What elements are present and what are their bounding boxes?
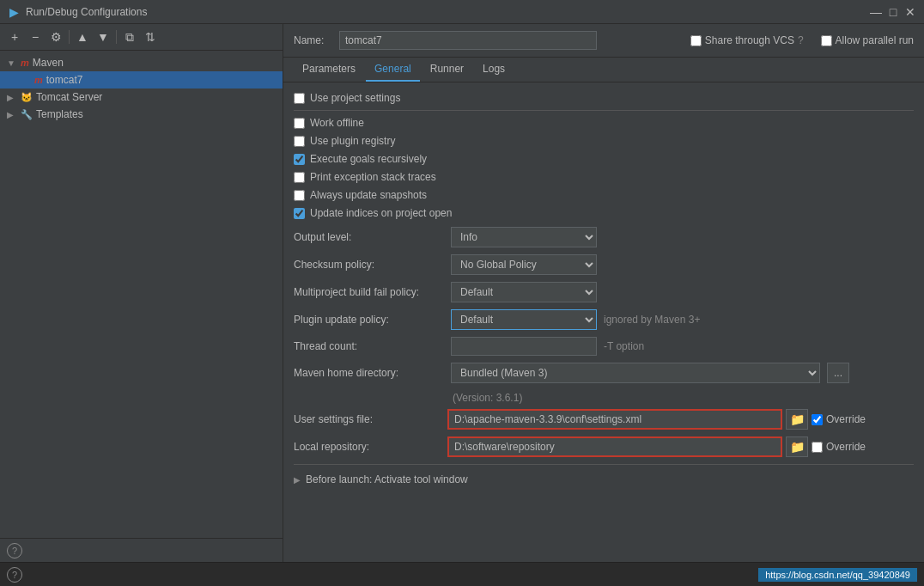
plugin-update-policy-label: Plugin update policy: xyxy=(294,314,444,326)
output-level-label: Output level: xyxy=(294,231,444,243)
sidebar-item-tomcat7[interactable]: m tomcat7 xyxy=(0,71,283,89)
parallel-run: Allow parallel run xyxy=(821,34,914,46)
bottom-help-button[interactable]: ? xyxy=(7,567,22,583)
local-repository-override-checkbox[interactable] xyxy=(812,442,823,453)
allow-parallel-run-label: Allow parallel run xyxy=(836,34,914,46)
bottom-bar: ? https://blog.csdn.net/qq_39420849 xyxy=(0,562,924,586)
update-indices-checkbox[interactable] xyxy=(294,208,305,219)
sidebar-item-label-templates: Templates xyxy=(36,108,83,120)
checkbox-row-use-project-settings: Use project settings xyxy=(294,91,914,105)
move-up-button[interactable]: ▲ xyxy=(73,27,92,46)
bottom-link[interactable]: https://blog.csdn.net/qq_39420849 xyxy=(758,568,917,582)
work-offline-checkbox[interactable] xyxy=(294,118,305,129)
checksum-policy-row: Checksum policy: No Global Policy Strict… xyxy=(294,254,914,275)
execute-goals-checkbox[interactable] xyxy=(294,154,305,165)
sidebar-item-maven[interactable]: ▼ m Maven xyxy=(0,54,283,71)
checkbox-row-execute-goals: Execute goals recursively xyxy=(294,152,914,166)
help-button[interactable]: ? xyxy=(7,543,22,559)
checksum-policy-select[interactable]: No Global Policy Strict Warn Fail xyxy=(451,254,597,275)
user-settings-file-browse-button[interactable]: 📁 xyxy=(786,409,808,430)
plugin-update-policy-note: ignored by Maven 3+ xyxy=(604,314,700,326)
sidebar-item-templates[interactable]: ▶ 🔧 Templates xyxy=(0,106,283,123)
user-settings-file-input[interactable] xyxy=(447,409,782,430)
settings-button[interactable]: ⚙ xyxy=(46,27,65,46)
plugin-update-policy-select[interactable]: Default Always Never xyxy=(451,309,597,330)
multiproject-build-select[interactable]: Default Fail At End Fail Fast Never Fail xyxy=(451,282,597,302)
expand-icon-maven: ▼ xyxy=(7,58,17,68)
before-launch-divider xyxy=(294,464,914,465)
maven-home-select[interactable]: Bundled (Maven 3) xyxy=(451,363,820,383)
vcs-share-label: Share through VCS xyxy=(705,34,794,46)
copy-button[interactable]: ⧉ xyxy=(120,27,139,46)
config-area: Use project settings Work offline Use pl… xyxy=(283,82,924,562)
maven-version-note: (Version: 3.6.1) xyxy=(294,390,914,409)
local-repository-override-check: Override xyxy=(812,441,866,453)
wrench-icon: 🔧 xyxy=(21,109,33,120)
user-settings-file-label: User settings file: xyxy=(294,413,444,425)
checkbox-row-use-plugin-registry: Use plugin registry xyxy=(294,134,914,148)
right-panel: Name: Share through VCS ? Allow parallel… xyxy=(283,24,924,562)
name-label: Name: xyxy=(294,34,332,46)
print-exception-checkbox[interactable] xyxy=(294,172,305,183)
tab-logs[interactable]: Logs xyxy=(474,58,514,82)
before-launch-label: Before launch: Activate tool window xyxy=(306,473,468,485)
move-down-button[interactable]: ▼ xyxy=(94,27,112,46)
sidebar-item-tomcat-server[interactable]: ▶ 🐱 Tomcat Server xyxy=(0,89,283,106)
checkboxes-section: Use project settings Work offline Use pl… xyxy=(294,91,914,220)
vcs-share-checkbox[interactable] xyxy=(690,35,702,46)
sidebar-item-label-maven: Maven xyxy=(33,57,64,69)
section-divider xyxy=(294,110,914,111)
output-level-row: Output level: Info Debug Warn Error xyxy=(294,227,914,247)
allow-parallel-run-checkbox[interactable] xyxy=(821,35,832,46)
sort-button[interactable]: ⇅ xyxy=(141,27,160,46)
toolbar-separator-2 xyxy=(116,30,117,44)
use-project-settings-checkbox[interactable] xyxy=(294,93,305,104)
user-settings-override-check: Override xyxy=(812,413,866,425)
local-repository-input[interactable] xyxy=(447,436,782,457)
maven-home-row: Maven home directory: Bundled (Maven 3) … xyxy=(294,363,914,383)
vcs-share: Share through VCS ? xyxy=(690,34,804,46)
maximize-button[interactable]: □ xyxy=(886,5,900,19)
tab-parameters[interactable]: Parameters xyxy=(294,58,364,82)
execute-goals-label: Execute goals recursively xyxy=(310,153,427,165)
name-row: Name: Share through VCS ? Allow parallel… xyxy=(283,24,924,58)
thread-count-label: Thread count: xyxy=(294,340,444,352)
local-repository-label: Local repository: xyxy=(294,441,444,453)
title-bar: ▶ Run/Debug Configurations — □ ✕ xyxy=(0,0,924,24)
work-offline-label: Work offline xyxy=(310,117,364,129)
multiproject-build-label: Multiproject build fail policy: xyxy=(294,286,444,298)
tab-runner[interactable]: Runner xyxy=(422,58,472,82)
maven-home-browse-button[interactable]: ... xyxy=(827,363,849,383)
output-level-select[interactable]: Info Debug Warn Error xyxy=(451,227,597,247)
expand-icon-templates: ▶ xyxy=(7,110,17,119)
tab-general[interactable]: General xyxy=(366,58,420,82)
toolbar-separator xyxy=(69,30,70,44)
user-settings-override-checkbox[interactable] xyxy=(812,414,823,425)
vcs-help-icon[interactable]: ? xyxy=(798,34,804,46)
checkbox-row-always-update: Always update snapshots xyxy=(294,188,914,202)
update-indices-label: Update indices on project open xyxy=(310,207,452,219)
plugin-update-policy-row: Plugin update policy: Default Always Nev… xyxy=(294,309,914,330)
use-project-settings-label: Use project settings xyxy=(310,92,400,104)
local-repository-browse-button[interactable]: 📁 xyxy=(786,436,808,457)
checksum-policy-label: Checksum policy: xyxy=(294,259,444,271)
title-bar-title: Run/Debug Configurations xyxy=(26,6,869,18)
minimize-button[interactable]: — xyxy=(869,5,883,19)
user-settings-file-row: User settings file: 📁 Override xyxy=(294,409,914,430)
name-input[interactable] xyxy=(339,31,597,50)
close-button[interactable]: ✕ xyxy=(903,5,917,19)
local-repository-row: Local repository: 📁 Override xyxy=(294,436,914,457)
thread-count-input[interactable] xyxy=(451,337,597,356)
multiproject-build-row: Multiproject build fail policy: Default … xyxy=(294,282,914,302)
use-plugin-registry-checkbox[interactable] xyxy=(294,136,305,147)
add-button[interactable]: + xyxy=(5,27,24,46)
remove-button[interactable]: − xyxy=(26,27,45,46)
tree-area: ▼ m Maven m tomcat7 ▶ 🐱 Tomcat Server ▶ … xyxy=(0,51,283,538)
title-bar-controls: — □ ✕ xyxy=(869,5,917,19)
checkbox-row-work-offline: Work offline xyxy=(294,116,914,130)
local-repository-override-label: Override xyxy=(826,441,866,453)
user-settings-override-label: Override xyxy=(826,413,866,425)
before-launch-section[interactable]: ▶ Before launch: Activate tool window xyxy=(294,470,914,489)
always-update-snapshots-checkbox[interactable] xyxy=(294,190,305,201)
expand-icon-tomcat-server: ▶ xyxy=(7,93,17,102)
